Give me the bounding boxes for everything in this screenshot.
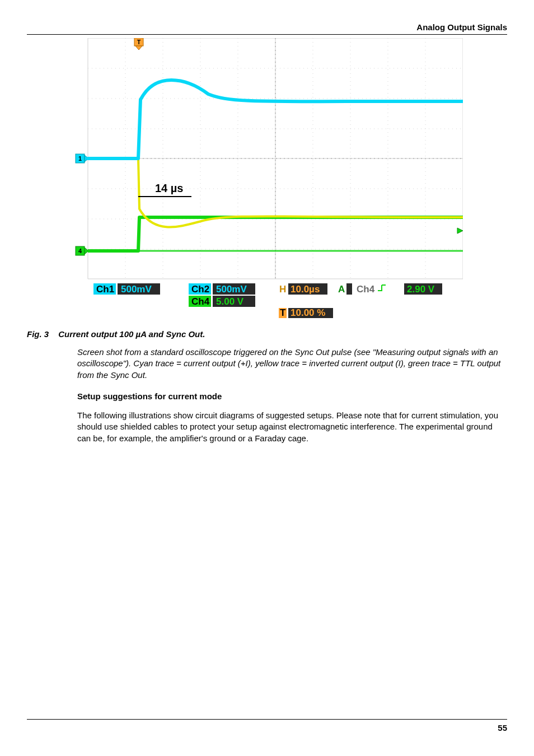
svg-text:4: 4 <box>78 248 82 254</box>
section-body: The following illustrations show circuit… <box>77 410 507 444</box>
svg-text:T: T <box>280 307 286 318</box>
svg-text:10.00 %: 10.00 % <box>291 307 325 318</box>
page-number: 55 <box>27 723 507 732</box>
header-rule <box>27 34 507 35</box>
page-footer: 55 <box>27 719 507 732</box>
svg-text:Ch4: Ch4 <box>357 284 375 295</box>
figure-label: Fig. 3 <box>27 329 56 339</box>
svg-text:1: 1 <box>78 155 82 162</box>
svg-text:5.00 V: 5.00 V <box>216 296 244 307</box>
svg-text:500mV: 500mV <box>121 284 152 295</box>
footer-rule <box>27 719 507 720</box>
svg-text:Ch1: Ch1 <box>96 284 114 295</box>
svg-text:H: H <box>279 284 286 295</box>
section-heading: Setup suggestions for current mode <box>77 391 507 402</box>
figure-caption: Fig. 3 Current output 100 µA and Sync Ou… <box>27 329 507 339</box>
oscilloscope-figure: T 1 4 14 µs Ch1 500mV Ch2 500mV <box>27 38 507 319</box>
page-header-title: Analog Output Signals <box>27 22 507 32</box>
svg-text:T: T <box>137 39 141 45</box>
svg-text:Ch2: Ch2 <box>191 284 209 295</box>
ch4-marker-icon: 4 <box>76 246 88 255</box>
svg-text:A: A <box>338 284 345 295</box>
svg-text:500mV: 500mV <box>216 284 247 295</box>
svg-rect-47 <box>346 283 352 295</box>
figure-title: Current output 100 µA and Sync Out. <box>58 329 205 339</box>
svg-text:14 µs: 14 µs <box>155 182 183 194</box>
svg-text:Ch4: Ch4 <box>191 296 210 307</box>
figure-description: Screen shot from a standard oscilloscope… <box>77 347 507 381</box>
oscilloscope-screenshot: T 1 4 14 µs Ch1 500mV Ch2 500mV <box>71 38 463 319</box>
svg-text:10.0µs: 10.0µs <box>291 284 320 295</box>
svg-text:2.90 V: 2.90 V <box>407 284 435 295</box>
